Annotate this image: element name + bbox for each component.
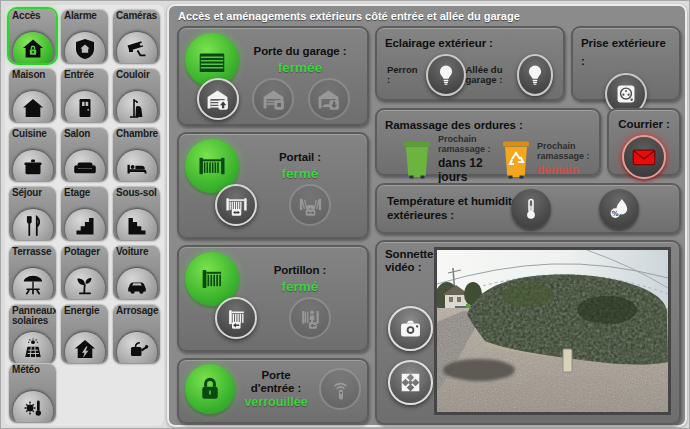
sidebar-item-acces[interactable]: Accès	[9, 9, 56, 63]
yellow-bin-icon	[500, 139, 532, 179]
patio-icon	[13, 268, 53, 299]
house-icon	[13, 91, 53, 122]
sprout-icon	[65, 268, 105, 299]
utensils-icon	[13, 209, 53, 240]
house-lock-icon	[13, 32, 53, 63]
sidebar-item-terrasse[interactable]: Terrasse	[9, 245, 56, 299]
garage-open-button[interactable]	[197, 78, 239, 120]
sidebar-item-arrosage[interactable]: Arrosage	[113, 304, 160, 363]
home-automation-window: Accès Alarme Caméras Maison Entrée Coulo	[0, 0, 690, 429]
zone-allee-garage: Allée du garage :	[466, 54, 554, 96]
energy-house-icon	[65, 332, 105, 363]
portail-close-button[interactable]	[289, 184, 331, 226]
bin-green-group: Prochain ramassage : dans 12 jours	[401, 135, 492, 184]
sonnette-title: Sonnette vidéo :	[385, 248, 439, 274]
garage-state: fermée	[239, 60, 361, 75]
sidebar-item-couloir[interactable]: Couloir	[113, 68, 160, 122]
entree-state: verrouillée	[235, 395, 317, 409]
doorbell-video-feed[interactable]	[434, 247, 671, 415]
entree-smartlock-button[interactable]	[319, 368, 361, 410]
prise-title: Prise extérieure :	[581, 37, 666, 67]
panel-courrier: Courrier :	[607, 108, 681, 176]
cctv-icon	[117, 32, 157, 63]
bin-green-label: Prochain ramassage :	[438, 135, 492, 155]
portail-state: fermé	[239, 166, 361, 181]
ordures-title: Ramassage des ordures :	[385, 119, 523, 131]
weather-icon	[13, 391, 53, 422]
sidebar-item-voiture[interactable]: Voiture	[113, 245, 160, 299]
room-sidebar: Accès Alarme Caméras Maison Entrée Coulo	[5, 5, 164, 426]
zone-perron: Perron :	[387, 54, 466, 96]
solar-icon	[13, 332, 53, 363]
panel-portail: Portail : fermé	[177, 132, 369, 239]
portillon-title: Portillon :	[239, 264, 361, 276]
sidebar-item-chambre[interactable]: Chambre	[113, 127, 160, 181]
sidebar-item-energie[interactable]: Energie	[61, 304, 108, 363]
fullscreen-button[interactable]	[388, 360, 433, 405]
courrier-button[interactable]	[622, 135, 666, 179]
sidebar-item-meteo[interactable]: Météo	[9, 363, 56, 422]
panel-sonnette: Sonnette vidéo :	[375, 240, 681, 425]
coat-rack-icon	[117, 91, 157, 122]
svg-text:%: %	[612, 209, 619, 217]
temperature-button[interactable]	[511, 189, 551, 229]
door-icon	[65, 91, 105, 122]
watering-can-icon	[117, 332, 157, 363]
stairs-up-icon	[65, 209, 105, 240]
eclairage-title: Eclairage extérieur :	[385, 37, 493, 49]
dashboard-main: Accès et aménagements extérieurs côté en…	[167, 4, 687, 427]
sidebar-item-panneaux-solaires[interactable]: Panneaux solaires	[9, 304, 56, 363]
entree-state-icon	[185, 364, 235, 414]
panel-porte-garage: Porte du garage : fermée	[177, 26, 369, 126]
bin-green-value: dans 12 jours	[438, 156, 492, 184]
sidebar-item-maison[interactable]: Maison	[9, 68, 56, 122]
pot-icon	[13, 150, 53, 181]
couch-icon	[65, 150, 105, 181]
bed-icon	[117, 150, 157, 181]
courrier-title: Courrier :	[618, 118, 669, 130]
stairs-down-icon	[117, 209, 157, 240]
page-title: Accès et aménagements extérieurs côté en…	[178, 10, 520, 22]
allee-garage-light-button[interactable]	[517, 54, 554, 96]
sidebar-item-alarme[interactable]: Alarme	[61, 9, 108, 63]
video-frame-image	[437, 250, 668, 412]
car-icon	[117, 268, 157, 299]
portillon-open-button[interactable]	[215, 297, 257, 339]
allee-garage-label: Allée du garage :	[466, 65, 512, 85]
green-bin-icon	[401, 139, 433, 179]
portail-title: Portail :	[239, 151, 361, 163]
sidebar-item-soussol[interactable]: Sous-sol	[113, 186, 160, 240]
room-grid: Accès Alarme Caméras Maison Entrée Coulo	[9, 9, 160, 417]
panel-temperature: Température et humidité extérieures : %	[375, 183, 681, 234]
sidebar-item-potager[interactable]: Potager	[61, 245, 108, 299]
portillon-state: fermé	[239, 279, 361, 294]
sidebar-item-cuisine[interactable]: Cuisine	[9, 127, 56, 181]
portillon-enter-button[interactable]	[289, 297, 331, 339]
entree-title: Porte d'entrée :	[245, 369, 307, 394]
sidebar-item-sejour[interactable]: Séjour	[9, 186, 56, 240]
perron-light-button[interactable]	[426, 54, 465, 96]
humidity-button[interactable]: %	[599, 189, 639, 229]
snapshot-button[interactable]	[388, 306, 433, 351]
portail-open-button[interactable]	[215, 184, 257, 226]
garage-close-button[interactable]	[308, 78, 350, 120]
panel-eclairage: Eclairage extérieur : Perron : Allée du …	[375, 26, 565, 101]
shield-icon	[65, 32, 105, 63]
sidebar-item-cameras[interactable]: Caméras	[113, 9, 160, 63]
sidebar-item-etage[interactable]: Etage	[61, 186, 108, 240]
garage-title: Porte du garage :	[239, 45, 361, 57]
garage-stop-button[interactable]	[252, 78, 294, 120]
bin-yellow-value: demain	[537, 163, 591, 177]
panel-portillon: Portillon : fermé	[177, 245, 369, 352]
panel-porte-entree: Porte d'entrée : verrouillée	[177, 358, 369, 424]
panel-prise: Prise extérieure :	[571, 26, 681, 101]
perron-label: Perron :	[387, 65, 421, 85]
bin-yellow-label: Prochain ramassage :	[537, 142, 591, 162]
sidebar-item-salon[interactable]: Salon	[61, 127, 108, 181]
panel-ordures: Ramassage des ordures : Prochain ramassa…	[375, 108, 601, 176]
sidebar-item-entree[interactable]: Entrée	[61, 68, 108, 122]
bin-yellow-group: Prochain ramassage : demain	[500, 139, 591, 179]
